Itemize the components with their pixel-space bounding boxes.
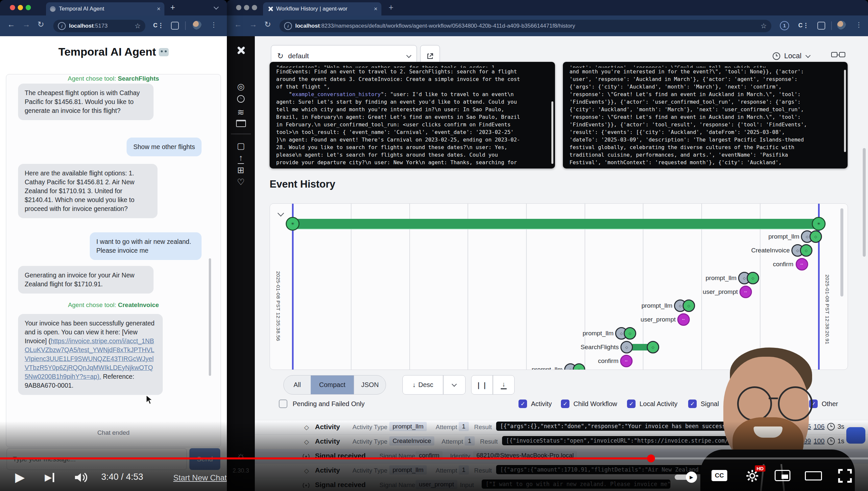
left-tab-strip: Temporal AI Agent × + xyxy=(0,0,227,16)
reload-button[interactable]: ↻ xyxy=(37,20,44,29)
robot-icon xyxy=(159,48,169,56)
nav-cube-icon[interactable]: ▢ xyxy=(227,141,255,151)
minimize-window-button[interactable] xyxy=(244,5,249,10)
view-mode-segmented-control: All Compact JSON xyxy=(283,375,386,395)
page-title: Temporal AI Agent xyxy=(0,46,227,58)
tab-workflow-history[interactable]: Workflow History | agent-wor × xyxy=(263,2,381,16)
view-all-button[interactable]: All xyxy=(284,375,311,394)
workflow-end-marker[interactable]: ✳ xyxy=(812,217,826,231)
reload-button[interactable]: ↻ xyxy=(265,20,271,29)
new-tab-button[interactable]: + xyxy=(389,3,394,12)
activity-checkbox[interactable]: ✓ xyxy=(519,400,527,408)
zoom-window-button[interactable] xyxy=(252,5,257,10)
tool-choice-label: Agent chose tool: CreateInvoice xyxy=(6,301,221,309)
start-new-chat-link[interactable]: Start New Chat xyxy=(173,473,227,483)
bookmark-star-icon[interactable]: ☆ xyxy=(761,22,767,30)
chevron-down-icon xyxy=(406,53,412,58)
fullscreen-button[interactable] xyxy=(838,469,852,483)
highlighted-json-key: example_conversation_history xyxy=(292,91,381,97)
password-manager-icon[interactable]: 1 xyxy=(780,21,789,30)
back-button[interactable]: ← xyxy=(7,20,15,29)
temporal-logo-icon[interactable] xyxy=(227,46,255,58)
pending-failed-checkbox[interactable] xyxy=(279,400,287,408)
workflow-result-panel[interactable]: 'next': 'question', 'response': \"Could … xyxy=(563,62,848,169)
labs-mode-glasses-icon[interactable] xyxy=(831,52,845,59)
clipchamp-extension-icon[interactable]: C⋮ xyxy=(798,22,809,29)
tab-temporal-ai-agent[interactable]: Temporal AI Agent × xyxy=(46,2,164,16)
nav-heart-icon[interactable]: ♡ xyxy=(227,177,255,187)
nav-monitor-plus-icon[interactable]: ⊞ xyxy=(227,165,255,175)
address-bar[interactable]: i localhost:5173 ☆ xyxy=(53,20,145,32)
view-compact-button[interactable]: Compact xyxy=(311,375,354,394)
namespace-icon: ↻ xyxy=(277,52,283,61)
address-bar[interactable]: i localhost:8233/namespaces/default/work… xyxy=(279,20,771,32)
hd-quality-badge: HD xyxy=(755,465,766,471)
chat-scrollbar[interactable] xyxy=(209,258,211,376)
nav-stack-icon[interactable]: ≋ xyxy=(227,107,255,117)
back-button[interactable]: ← xyxy=(234,20,242,29)
tab-title: Workflow History | agent-wor xyxy=(276,6,347,12)
chat-history-panel[interactable]: Agent chose tool: SearchFlights The chea… xyxy=(6,74,221,447)
local-activity-checkbox[interactable]: ✓ xyxy=(627,400,636,408)
workflow-duration-bar[interactable] xyxy=(292,219,819,229)
workflow-start-marker[interactable]: ✳ xyxy=(286,217,300,231)
clipchamp-extension-icon[interactable]: C⋮ xyxy=(153,22,164,29)
minimize-window-button[interactable] xyxy=(18,5,23,10)
miniplayer-button[interactable] xyxy=(775,470,790,481)
workflow-input-panel[interactable]: "description": "Help the user gather arg… xyxy=(270,62,555,169)
nav-workflows-icon[interactable]: ◎ xyxy=(227,82,255,92)
volume-icon[interactable] xyxy=(74,472,89,483)
clock-icon xyxy=(773,52,780,60)
page-scrollbar[interactable] xyxy=(863,148,866,257)
site-info-icon[interactable]: i xyxy=(284,22,292,30)
nav-upload-icon[interactable]: ↑ xyxy=(227,153,255,163)
child-workflow-checkbox[interactable]: ✓ xyxy=(561,400,569,408)
arrow-down-icon: ↓ xyxy=(412,381,415,389)
zoom-window-button[interactable] xyxy=(26,5,31,10)
globe-favicon-icon xyxy=(50,6,56,12)
browser-menu-icon[interactable]: ⋮ xyxy=(210,21,217,29)
site-info-icon[interactable]: i xyxy=(58,22,66,30)
view-json-button[interactable]: JSON xyxy=(354,375,386,394)
tab-search-chevron-icon[interactable] xyxy=(214,5,219,10)
timezone-select[interactable]: Local xyxy=(773,49,810,63)
agent-message-invoice: Your invoice has been successfully gener… xyxy=(18,314,163,395)
forward-button[interactable]: → xyxy=(22,20,30,29)
close-window-button[interactable] xyxy=(10,5,15,10)
captions-button[interactable]: CC xyxy=(712,470,727,481)
agent-message: Generating an invoice for your Air New Z… xyxy=(18,266,154,293)
panel-scrollbar[interactable] xyxy=(551,102,553,164)
extensions-puzzle-icon[interactable] xyxy=(817,22,825,30)
user-message: Show me other flights xyxy=(127,138,202,156)
tab-close-icon[interactable]: × xyxy=(374,5,377,12)
nav-schedules-icon[interactable] xyxy=(227,95,255,105)
new-tab-button[interactable]: + xyxy=(170,3,175,12)
sort-order-button: ↓Desc xyxy=(402,375,466,395)
panel-scrollbar[interactable] xyxy=(844,70,846,152)
next-button[interactable]: ▶ xyxy=(45,472,54,483)
download-history-button[interactable]: ↓ xyxy=(493,375,514,394)
temporal-favicon-icon xyxy=(268,6,274,12)
collapse-chevron-icon[interactable] xyxy=(278,210,284,216)
sort-options-chevron[interactable] xyxy=(443,375,465,394)
profile-avatar[interactable] xyxy=(193,21,202,30)
play-button[interactable]: ▶ xyxy=(15,470,25,484)
forward-button[interactable]: → xyxy=(249,20,257,29)
close-window-button[interactable] xyxy=(236,5,241,10)
timeline-scrollbar[interactable] xyxy=(840,208,843,296)
video-playhead[interactable] xyxy=(647,455,655,462)
signal-checkbox[interactable]: ✓ xyxy=(688,400,697,408)
autoplay-toggle[interactable]: ▶ xyxy=(675,474,696,480)
theater-mode-button[interactable] xyxy=(805,471,822,481)
sort-desc-button[interactable]: ↓Desc xyxy=(403,375,443,394)
tab-close-icon[interactable]: × xyxy=(157,5,160,12)
tool-choice-label: Agent chose tool: SearchFlights xyxy=(6,75,221,82)
extensions-puzzle-icon[interactable] xyxy=(171,22,179,30)
bookmark-star-icon[interactable]: ☆ xyxy=(134,22,141,30)
event-history-title: Event History xyxy=(270,178,335,190)
presenter-glasses-left xyxy=(737,386,772,421)
browser-menu-icon[interactable]: ⋮ xyxy=(856,21,862,29)
profile-avatar[interactable] xyxy=(837,21,846,30)
nav-archive-icon[interactable] xyxy=(227,119,255,129)
pause-updates-button[interactable]: ❘❘ xyxy=(471,375,493,394)
